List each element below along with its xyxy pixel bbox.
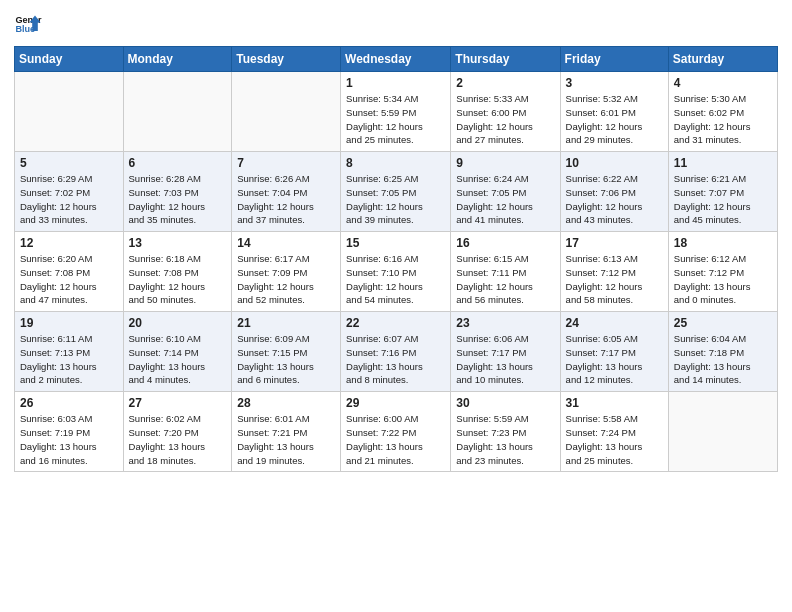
- day-number: 12: [20, 236, 118, 250]
- day-cell-3: 3Sunrise: 5:32 AM Sunset: 6:01 PM Daylig…: [560, 72, 668, 152]
- day-info: Sunrise: 6:05 AM Sunset: 7:17 PM Dayligh…: [566, 332, 663, 387]
- day-cell-21: 21Sunrise: 6:09 AM Sunset: 7:15 PM Dayli…: [232, 312, 341, 392]
- day-info: Sunrise: 6:12 AM Sunset: 7:12 PM Dayligh…: [674, 252, 772, 307]
- week-row-3: 12Sunrise: 6:20 AM Sunset: 7:08 PM Dayli…: [15, 232, 778, 312]
- day-number: 27: [129, 396, 227, 410]
- day-number: 25: [674, 316, 772, 330]
- day-cell-18: 18Sunrise: 6:12 AM Sunset: 7:12 PM Dayli…: [668, 232, 777, 312]
- weekday-header-row: SundayMondayTuesdayWednesdayThursdayFrid…: [15, 47, 778, 72]
- day-number: 10: [566, 156, 663, 170]
- day-cell-20: 20Sunrise: 6:10 AM Sunset: 7:14 PM Dayli…: [123, 312, 232, 392]
- day-cell-30: 30Sunrise: 5:59 AM Sunset: 7:23 PM Dayli…: [451, 392, 560, 472]
- calendar-table: SundayMondayTuesdayWednesdayThursdayFrid…: [14, 46, 778, 472]
- day-cell-27: 27Sunrise: 6:02 AM Sunset: 7:20 PM Dayli…: [123, 392, 232, 472]
- day-info: Sunrise: 6:18 AM Sunset: 7:08 PM Dayligh…: [129, 252, 227, 307]
- day-cell-31: 31Sunrise: 5:58 AM Sunset: 7:24 PM Dayli…: [560, 392, 668, 472]
- day-info: Sunrise: 5:32 AM Sunset: 6:01 PM Dayligh…: [566, 92, 663, 147]
- day-number: 1: [346, 76, 445, 90]
- day-info: Sunrise: 6:13 AM Sunset: 7:12 PM Dayligh…: [566, 252, 663, 307]
- day-cell-22: 22Sunrise: 6:07 AM Sunset: 7:16 PM Dayli…: [341, 312, 451, 392]
- day-number: 31: [566, 396, 663, 410]
- day-info: Sunrise: 6:24 AM Sunset: 7:05 PM Dayligh…: [456, 172, 554, 227]
- day-info: Sunrise: 6:06 AM Sunset: 7:17 PM Dayligh…: [456, 332, 554, 387]
- week-row-4: 19Sunrise: 6:11 AM Sunset: 7:13 PM Dayli…: [15, 312, 778, 392]
- day-cell-14: 14Sunrise: 6:17 AM Sunset: 7:09 PM Dayli…: [232, 232, 341, 312]
- day-cell-6: 6Sunrise: 6:28 AM Sunset: 7:03 PM Daylig…: [123, 152, 232, 232]
- empty-cell: [232, 72, 341, 152]
- logo: General Blue: [14, 10, 42, 38]
- day-cell-24: 24Sunrise: 6:05 AM Sunset: 7:17 PM Dayli…: [560, 312, 668, 392]
- week-row-1: 1Sunrise: 5:34 AM Sunset: 5:59 PM Daylig…: [15, 72, 778, 152]
- day-number: 5: [20, 156, 118, 170]
- empty-cell: [668, 392, 777, 472]
- day-cell-7: 7Sunrise: 6:26 AM Sunset: 7:04 PM Daylig…: [232, 152, 341, 232]
- day-info: Sunrise: 5:58 AM Sunset: 7:24 PM Dayligh…: [566, 412, 663, 467]
- day-cell-17: 17Sunrise: 6:13 AM Sunset: 7:12 PM Dayli…: [560, 232, 668, 312]
- day-info: Sunrise: 6:16 AM Sunset: 7:10 PM Dayligh…: [346, 252, 445, 307]
- day-info: Sunrise: 6:01 AM Sunset: 7:21 PM Dayligh…: [237, 412, 335, 467]
- day-info: Sunrise: 6:02 AM Sunset: 7:20 PM Dayligh…: [129, 412, 227, 467]
- day-cell-11: 11Sunrise: 6:21 AM Sunset: 7:07 PM Dayli…: [668, 152, 777, 232]
- day-number: 22: [346, 316, 445, 330]
- day-info: Sunrise: 6:15 AM Sunset: 7:11 PM Dayligh…: [456, 252, 554, 307]
- day-number: 18: [674, 236, 772, 250]
- weekday-header-monday: Monday: [123, 47, 232, 72]
- day-number: 13: [129, 236, 227, 250]
- day-info: Sunrise: 6:26 AM Sunset: 7:04 PM Dayligh…: [237, 172, 335, 227]
- day-info: Sunrise: 6:07 AM Sunset: 7:16 PM Dayligh…: [346, 332, 445, 387]
- day-number: 26: [20, 396, 118, 410]
- day-number: 19: [20, 316, 118, 330]
- day-cell-4: 4Sunrise: 5:30 AM Sunset: 6:02 PM Daylig…: [668, 72, 777, 152]
- day-number: 24: [566, 316, 663, 330]
- svg-text:Blue: Blue: [15, 24, 35, 34]
- day-number: 7: [237, 156, 335, 170]
- day-cell-5: 5Sunrise: 6:29 AM Sunset: 7:02 PM Daylig…: [15, 152, 124, 232]
- day-number: 4: [674, 76, 772, 90]
- day-info: Sunrise: 6:22 AM Sunset: 7:06 PM Dayligh…: [566, 172, 663, 227]
- weekday-header-tuesday: Tuesday: [232, 47, 341, 72]
- header: General Blue: [14, 10, 778, 38]
- day-number: 28: [237, 396, 335, 410]
- day-info: Sunrise: 6:25 AM Sunset: 7:05 PM Dayligh…: [346, 172, 445, 227]
- day-cell-19: 19Sunrise: 6:11 AM Sunset: 7:13 PM Dayli…: [15, 312, 124, 392]
- day-cell-16: 16Sunrise: 6:15 AM Sunset: 7:11 PM Dayli…: [451, 232, 560, 312]
- day-cell-15: 15Sunrise: 6:16 AM Sunset: 7:10 PM Dayli…: [341, 232, 451, 312]
- day-info: Sunrise: 5:30 AM Sunset: 6:02 PM Dayligh…: [674, 92, 772, 147]
- day-cell-10: 10Sunrise: 6:22 AM Sunset: 7:06 PM Dayli…: [560, 152, 668, 232]
- day-info: Sunrise: 5:59 AM Sunset: 7:23 PM Dayligh…: [456, 412, 554, 467]
- day-info: Sunrise: 6:17 AM Sunset: 7:09 PM Dayligh…: [237, 252, 335, 307]
- day-cell-12: 12Sunrise: 6:20 AM Sunset: 7:08 PM Dayli…: [15, 232, 124, 312]
- day-number: 9: [456, 156, 554, 170]
- day-info: Sunrise: 6:20 AM Sunset: 7:08 PM Dayligh…: [20, 252, 118, 307]
- day-info: Sunrise: 6:03 AM Sunset: 7:19 PM Dayligh…: [20, 412, 118, 467]
- week-row-2: 5Sunrise: 6:29 AM Sunset: 7:02 PM Daylig…: [15, 152, 778, 232]
- day-number: 14: [237, 236, 335, 250]
- day-cell-8: 8Sunrise: 6:25 AM Sunset: 7:05 PM Daylig…: [341, 152, 451, 232]
- weekday-header-sunday: Sunday: [15, 47, 124, 72]
- day-cell-9: 9Sunrise: 6:24 AM Sunset: 7:05 PM Daylig…: [451, 152, 560, 232]
- day-info: Sunrise: 6:11 AM Sunset: 7:13 PM Dayligh…: [20, 332, 118, 387]
- day-cell-28: 28Sunrise: 6:01 AM Sunset: 7:21 PM Dayli…: [232, 392, 341, 472]
- calendar-container: General Blue SundayMondayTuesdayWednesda…: [0, 0, 792, 486]
- weekday-header-saturday: Saturday: [668, 47, 777, 72]
- day-number: 20: [129, 316, 227, 330]
- day-number: 17: [566, 236, 663, 250]
- week-row-5: 26Sunrise: 6:03 AM Sunset: 7:19 PM Dayli…: [15, 392, 778, 472]
- day-number: 15: [346, 236, 445, 250]
- weekday-header-wednesday: Wednesday: [341, 47, 451, 72]
- day-number: 6: [129, 156, 227, 170]
- day-info: Sunrise: 6:21 AM Sunset: 7:07 PM Dayligh…: [674, 172, 772, 227]
- day-cell-2: 2Sunrise: 5:33 AM Sunset: 6:00 PM Daylig…: [451, 72, 560, 152]
- day-info: Sunrise: 6:00 AM Sunset: 7:22 PM Dayligh…: [346, 412, 445, 467]
- day-number: 30: [456, 396, 554, 410]
- empty-cell: [15, 72, 124, 152]
- day-cell-1: 1Sunrise: 5:34 AM Sunset: 5:59 PM Daylig…: [341, 72, 451, 152]
- weekday-header-friday: Friday: [560, 47, 668, 72]
- day-info: Sunrise: 6:04 AM Sunset: 7:18 PM Dayligh…: [674, 332, 772, 387]
- day-info: Sunrise: 6:28 AM Sunset: 7:03 PM Dayligh…: [129, 172, 227, 227]
- empty-cell: [123, 72, 232, 152]
- day-info: Sunrise: 6:10 AM Sunset: 7:14 PM Dayligh…: [129, 332, 227, 387]
- day-number: 2: [456, 76, 554, 90]
- logo-icon: General Blue: [14, 10, 42, 38]
- weekday-header-thursday: Thursday: [451, 47, 560, 72]
